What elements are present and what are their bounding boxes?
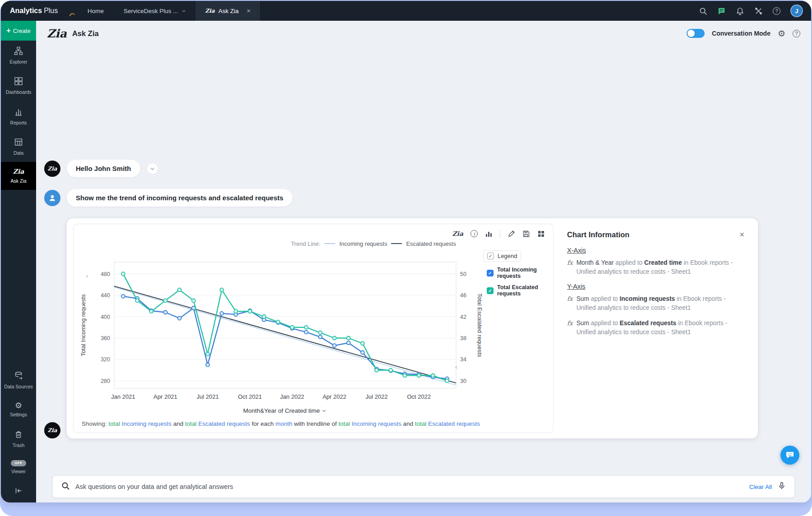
zia-greeting-bubble: Hello John Smith [67,160,140,177]
microphone-icon[interactable] [777,481,786,492]
sidebar-item-settings[interactable]: ⚙ Settings [1,396,36,424]
close-tab-icon[interactable]: × [247,7,250,14]
legend-item-label: Total Incoming requests [497,267,550,279]
notifications-bell-icon[interactable] [736,7,744,15]
svg-text:Jul 2022: Jul 2022 [365,393,388,400]
sidebar-item-viewer[interactable]: OFF Viewer [1,454,36,480]
toggle-knob [687,30,695,37]
svg-text:Jul 2021: Jul 2021 [197,393,219,400]
chart-information-title: Chart Information [567,230,629,239]
legend-item-incoming[interactable]: ✓ Total Incoming requests [483,267,550,279]
fx-icon: fx [567,319,573,337]
edit-pencil-icon[interactable] [508,230,515,238]
legend-item-escalated[interactable]: ✓ Total Escalated requests [483,284,550,297]
trendline-legend-label: Trend Line: [291,240,320,247]
sidebar-item-label: Trash [13,442,24,448]
sidebar-item-data[interactable]: Data [1,132,36,162]
feedback-chat-icon[interactable] [717,7,726,15]
close-chart-information-icon[interactable]: × [737,230,747,240]
help-icon[interactable]: ? [773,7,780,15]
trash-icon [14,430,23,440]
check-glyph: ✓ [488,288,492,293]
conversation-mode-toggle[interactable] [687,29,705,38]
svg-text:440: 440 [101,292,110,299]
y-axis-formula-text: Sum applied to Incoming requests in Eboo… [577,295,743,313]
sidebar: + Create Explorer Dashboards Reports Dat… [1,21,36,502]
x-axis-formula-row: fx Month & Year applied to Created time … [567,258,747,276]
chart-type-icon[interactable] [485,230,493,238]
y-axis-link[interactable]: Y-Axis [567,283,586,290]
user-avatar[interactable]: J [790,5,803,17]
search-icon[interactable] [699,7,707,15]
svg-text:50: 50 [460,271,466,277]
sidebar-collapse-button[interactable] [1,480,36,502]
reports-icon [14,107,23,118]
chart-toolbar: Zia i [74,224,553,239]
trend-chart[interactable]: 280320360400440480303438424650Jan 2021Ap… [76,250,483,405]
showing-label: Showing: [82,420,107,427]
chart-legend: ✓ Legend ✓ Total Incoming requests ✓ [483,239,550,415]
sidebar-item-label: Data Sources [4,384,33,390]
app-window: Analytics Plus Home ServiceDesk Plus ...… [1,1,811,502]
svg-text:38: 38 [460,335,466,341]
svg-text:Apr 2021: Apr 2021 [153,393,177,400]
zia-logo: Zia [47,27,67,40]
chevron-down-icon [150,166,154,170]
tab-ask-zia[interactable]: Zia Ask Zia × [195,1,261,21]
sidebar-item-data-sources[interactable]: Data Sources [1,365,36,396]
svg-text:Total Escalated requests: Total Escalated requests [476,293,483,357]
trendline-legend: Trend Line: Incoming requests Escalated … [76,239,483,250]
legend-item-label: Total Escalated requests [497,284,550,297]
collapse-right-axis-icon[interactable]: ‹ [455,364,457,370]
svg-text:400: 400 [101,314,110,320]
main-content: Zia Ask Zia Conversation Mode ⚙ ? Zia He… [36,21,811,502]
x-axis-link[interactable]: X-Axis [567,247,586,254]
grid-view-icon[interactable] [537,230,545,238]
sidebar-item-dashboards[interactable]: Dashboards [1,71,36,101]
sidebar-item-explorer[interactable]: Explorer [1,41,36,71]
sidebar-item-ask-zia[interactable]: Zia Ask Zia [1,162,36,190]
legend-toggle-checkbox[interactable]: ✓ Legend [483,250,521,262]
zia-insights-icon[interactable]: Zia [452,230,463,237]
x-axis-field-selector[interactable]: Month&Year of Created time [81,405,488,415]
tab-home[interactable]: Home [78,1,114,21]
collapse-left-axis-icon[interactable]: › [86,273,88,279]
viewer-off-badge: OFF [11,460,26,466]
page-title: Ask Zia [72,29,99,38]
sidebar-item-label: Ask Zia [10,178,26,184]
logo-text-primary: Analytics [10,7,42,15]
explorer-icon [14,46,23,57]
check-glyph: ✓ [489,253,492,258]
ask-question-input[interactable] [75,483,744,490]
sidebar-item-trash[interactable]: Trash [1,424,36,454]
sidebar-item-label: Viewer [11,469,26,475]
create-button[interactable]: + Create [1,21,36,41]
tab-servicedesk-label: ServiceDesk Plus ... [124,8,178,14]
svg-text:360: 360 [101,335,110,341]
fx-icon: fx [567,258,573,276]
page-background: Analytics Plus Home ServiceDesk Plus ...… [0,0,812,516]
info-icon[interactable]: i [471,230,478,237]
conversation-area: Zia Hello John Smith Show me the trend o… [36,160,811,438]
checkbox-icon: ✓ [487,253,494,259]
svg-text:320: 320 [101,356,110,363]
tools-icon[interactable] [754,7,763,15]
data-sources-icon [14,371,23,382]
chat-assistant-button[interactable] [780,446,799,465]
save-icon[interactable] [522,230,530,238]
clear-all-link[interactable]: Clear All [749,484,772,490]
topbar: Analytics Plus Home ServiceDesk Plus ...… [1,1,811,21]
sidebar-item-label: Reports [10,120,27,126]
checkbox-icon: ✓ [487,270,494,276]
tab-servicedesk-plus[interactable]: ServiceDesk Plus ... [114,1,195,21]
chevron-down-icon [323,409,326,412]
sidebar-item-reports[interactable]: Reports [1,101,36,132]
user-message-bubble: Show me the trend of incoming requests a… [67,189,292,207]
settings-gear-icon[interactable]: ⚙ [778,29,785,38]
checkbox-icon: ✓ [487,287,494,294]
help-icon[interactable]: ? [793,30,800,37]
expand-greeting-button[interactable] [147,163,158,175]
svg-text:Oct 2021: Oct 2021 [238,393,262,400]
svg-text:480: 480 [101,271,110,277]
logo-text-secondary: Plus [44,7,58,15]
